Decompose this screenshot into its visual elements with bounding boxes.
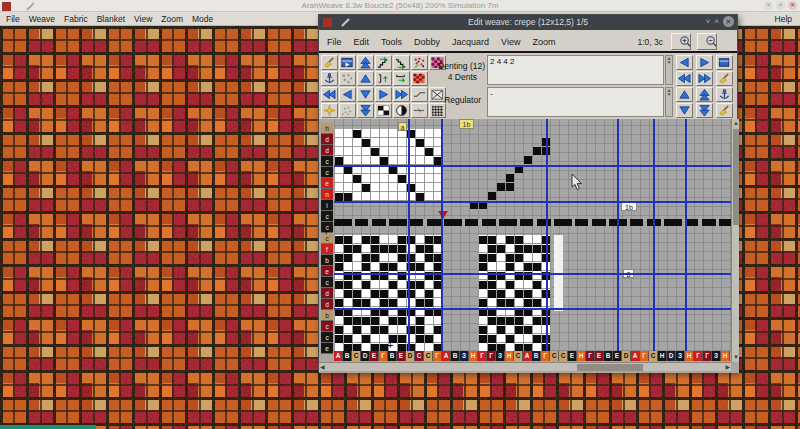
menu-item-view[interactable]: View (501, 36, 520, 48)
regulator-field-scrollbar[interactable]: ▲▼ (665, 87, 673, 117)
tool-win-button[interactable] (339, 55, 356, 70)
tool-dd-button[interactable] (357, 103, 374, 118)
menu-item-file[interactable]: File (6, 13, 20, 25)
warp-color-cell[interactable]: З (460, 351, 469, 361)
warp-color-cell[interactable]: D (667, 351, 676, 361)
weft-color-cell[interactable]: d (321, 299, 333, 310)
warp-color-cell[interactable]: B (451, 351, 460, 361)
hscroll-thumb[interactable] (577, 364, 643, 371)
warp-color-cell[interactable]: B (532, 351, 541, 361)
tool-anchor-button[interactable] (321, 71, 338, 86)
weft-color-cell[interactable]: e (321, 178, 333, 189)
weft-color-cell[interactable]: c (321, 167, 333, 178)
warp-color-cell[interactable]: A (523, 351, 532, 361)
warp-color-cell[interactable]: Г (379, 351, 388, 361)
tool-dd-button[interactable] (696, 103, 713, 118)
vertical-scrollbar[interactable]: ▲ ▼ (731, 119, 739, 362)
weft-color-cell[interactable]: n (321, 189, 333, 200)
weft-color-cell[interactable]: c (321, 211, 333, 222)
tool-anchor-button[interactable] (716, 87, 733, 102)
weft-color-cell[interactable]: b (321, 255, 333, 266)
vscroll-thumb[interactable] (733, 129, 739, 225)
menu-item-mode[interactable]: Mode (192, 13, 213, 25)
menu-item-zoom[interactable]: Zoom (532, 36, 555, 48)
drawdown-block-1[interactable] (334, 235, 442, 352)
dialog-close-button[interactable]: ✕ (723, 16, 734, 27)
menu-item-blanket[interactable]: Blanket (97, 13, 125, 25)
warp-color-cell[interactable]: D (406, 351, 415, 361)
warp-color-cell[interactable]: C (550, 351, 559, 361)
warp-color-cell[interactable]: A (334, 351, 343, 361)
tool-r-button[interactable] (375, 87, 392, 102)
warp-color-cell[interactable]: A (442, 351, 451, 361)
weft-color-cell[interactable]: c (321, 321, 333, 332)
close-button[interactable]: ✕ (788, 1, 797, 10)
warp-color-cell[interactable]: D (361, 351, 370, 361)
warp-color-cell[interactable]: B (343, 351, 352, 361)
tool-broom-button[interactable] (321, 55, 338, 70)
tool-stairs-up-button[interactable] (375, 55, 392, 70)
warp-color-cell[interactable]: B (604, 351, 613, 361)
tool-stairs-down-button[interactable] (393, 55, 410, 70)
warp-color-cell[interactable]: H (577, 351, 586, 361)
tool-checker-button[interactable] (375, 103, 392, 118)
weft-color-cell[interactable]: f (321, 244, 333, 255)
tool-broom-button[interactable] (716, 103, 733, 118)
warp-color-cell[interactable]: H (658, 351, 667, 361)
weft-color-cell[interactable]: h (321, 123, 333, 134)
tool-ins-v-button[interactable] (393, 71, 410, 86)
weft-color-cell[interactable]: d (321, 145, 333, 156)
warp-color-cell[interactable]: Г (541, 351, 550, 361)
warp-color-cell[interactable]: Г (487, 351, 496, 361)
tool-l-button[interactable] (339, 87, 356, 102)
weft-color-cell[interactable]: c (321, 277, 333, 288)
tool-uu-button[interactable] (357, 55, 374, 70)
shade-button[interactable]: ˅ (764, 1, 773, 10)
denting-field-scrollbar[interactable]: ▲▼ (665, 55, 673, 85)
tool-u-button[interactable] (357, 71, 374, 86)
warp-color-cell[interactable]: H (721, 351, 730, 361)
warp-color-cell[interactable]: C (415, 351, 424, 361)
warp-color-cell[interactable]: C (352, 351, 361, 361)
tool-ll-button[interactable] (321, 87, 338, 102)
tool-u-button[interactable] (676, 87, 693, 102)
tool-ins-h-button[interactable] (375, 71, 392, 86)
tool-win-s-button[interactable] (716, 55, 733, 70)
warp-color-cell[interactable]: B (388, 351, 397, 361)
warp-color-cell[interactable]: Г (640, 351, 649, 361)
tool-hline-button[interactable] (411, 103, 428, 118)
menu-item-zoom[interactable]: Zoom (161, 13, 183, 25)
warp-color-cell[interactable]: H (685, 351, 694, 361)
weft-color-cell[interactable]: i (321, 200, 333, 211)
warp-color-cell[interactable]: C (514, 351, 523, 361)
drawdown-block-2[interactable] (478, 235, 550, 352)
warp-color-cell[interactable]: E (397, 351, 406, 361)
tool-spray-button[interactable] (339, 103, 356, 118)
weft-color-cell[interactable]: b (321, 310, 333, 321)
tool-uu-button[interactable] (696, 87, 713, 102)
zoom-out-button[interactable] (697, 33, 717, 50)
warp-color-cell[interactable]: E (370, 351, 379, 361)
menu-item-help[interactable]: Help (775, 13, 792, 25)
menu-item-fabric[interactable]: Fabric (64, 13, 88, 25)
warp-color-cell[interactable]: E (595, 351, 604, 361)
weft-color-cell[interactable]: e (321, 266, 333, 277)
dialog-maximize-button[interactable]: ˄ (714, 17, 719, 26)
dialog-minimize-button[interactable]: ˅ (706, 17, 711, 26)
warp-color-cell[interactable]: C (424, 351, 433, 361)
tool-broom-button[interactable] (716, 71, 733, 86)
warp-color-cell[interactable]: H (505, 351, 514, 361)
warp-color-cell[interactable]: З (712, 351, 721, 361)
warp-color-cell[interactable]: Г (703, 351, 712, 361)
warp-color-cell[interactable]: H (469, 351, 478, 361)
tool-rr-button[interactable] (696, 71, 713, 86)
tool-r-button[interactable] (696, 55, 713, 70)
menu-item-jacquard[interactable]: Jacquard (452, 36, 489, 48)
warp-color-cell[interactable]: C (559, 351, 568, 361)
menu-item-weave[interactable]: Weave (29, 13, 55, 25)
tool-grid-button[interactable] (429, 103, 446, 118)
tool-ll-button[interactable] (676, 71, 693, 86)
tool-scatter-gray-button[interactable] (339, 71, 356, 86)
horizontal-scrollbar[interactable]: ◀ ▶ (319, 362, 731, 371)
tool-d-button[interactable] (676, 103, 693, 118)
